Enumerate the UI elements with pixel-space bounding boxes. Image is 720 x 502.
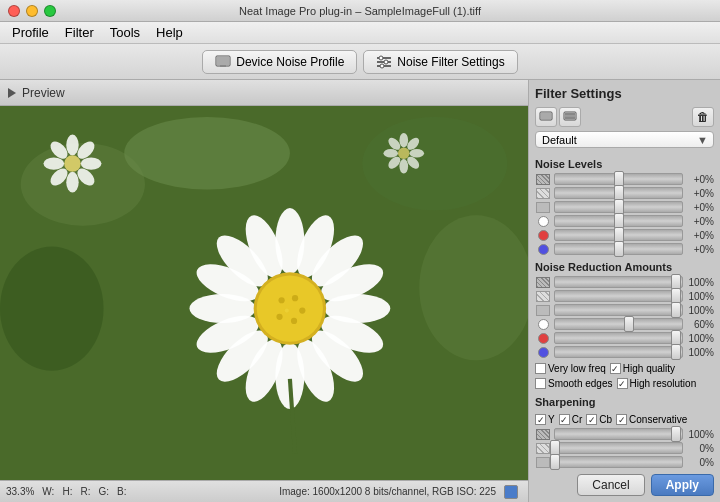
preview-play-icon[interactable] [8,88,16,98]
slider-row-cb: 100% [535,346,714,358]
y-icon [535,215,551,227]
low-slider-track[interactable] [554,456,683,468]
cb-slider-track[interactable] [554,243,683,255]
low-slider-thumb[interactable] [671,302,681,318]
sharp-label: Y [548,414,555,425]
noise-filter-settings-button[interactable]: Noise Filter Settings [363,50,517,74]
cb-slider-value: +0% [686,244,714,255]
y-slider-thumb[interactable] [624,316,634,332]
sharp-label: Conservative [629,414,687,425]
mid-slider-track[interactable] [554,187,683,199]
slider-row-high: 100% [535,276,714,288]
preview-header: Preview [0,80,528,106]
slider-row-high: +0% [535,173,714,185]
high-slider-value: +0% [686,174,714,185]
sharp-checkbox[interactable] [616,414,627,425]
noise-reduction-sliders: 100% 100% 100% 60% [535,276,714,360]
checkbox-box[interactable] [617,378,628,389]
cb-icon [535,346,551,358]
svg-point-55 [276,314,282,320]
checkbox-label: Very low freq [548,363,606,374]
cr-icon [535,229,551,241]
checkbox-label: High resolution [630,378,697,389]
svg-point-54 [291,318,297,324]
checkbox-high-quality[interactable]: High quality [610,363,675,374]
sharp-channel-cb[interactable]: Cb [586,414,612,425]
svg-point-8 [380,64,384,68]
close-button[interactable] [8,5,20,17]
low-slider-value: +0% [686,202,714,213]
sharp-checkbox[interactable] [559,414,570,425]
delete-button[interactable]: 🗑 [692,107,714,127]
high-slider-track[interactable] [554,276,683,288]
y-slider-track[interactable] [554,215,683,227]
minimize-button[interactable] [26,5,38,17]
menu-tools[interactable]: Tools [102,23,148,42]
checkbox-very-low-freq[interactable]: Very low freq [535,363,606,374]
sharp-channel-conservative[interactable]: Conservative [616,414,687,425]
low-icon [535,304,551,316]
noise-levels-sliders: +0% +0% +0% +0% [535,173,714,257]
profile-icon-2[interactable] [559,107,581,127]
svg-point-22 [43,157,64,169]
high-slider-track[interactable] [554,173,683,185]
cancel-button[interactable]: Cancel [577,474,644,496]
menu-bar: Profile Filter Tools Help [0,22,720,44]
cb-slider-thumb[interactable] [614,241,624,257]
cr-slider-track[interactable] [554,229,683,241]
cb-slider-value: 100% [686,347,714,358]
sharp-checkbox[interactable] [535,414,546,425]
checkbox-smooth-edges[interactable]: Smooth edges [535,378,613,389]
high-slider-track[interactable] [554,428,683,440]
profile-icon-svg-2 [563,111,577,123]
menu-filter[interactable]: Filter [57,23,102,42]
menu-help[interactable]: Help [148,23,191,42]
low-slider-thumb[interactable] [550,454,560,470]
preview-label: Preview [22,86,65,100]
mid-slider-track[interactable] [554,290,683,302]
mid-slider-track[interactable] [554,442,683,454]
status-bar: 33.3% W: H: R: G: B: Image: 1600x1200 8 … [0,480,528,502]
left-panel: Preview [0,80,528,502]
cb-slider-track[interactable] [554,346,683,358]
profile-icon-1[interactable] [535,107,557,127]
menu-profile[interactable]: Profile [4,23,57,42]
window-title: Neat Image Pro plug-in – SampleImageFull… [239,5,481,17]
checkbox-box[interactable] [610,363,621,374]
svg-point-14 [419,215,528,360]
bottom-buttons: Cancel Apply [535,470,714,496]
low-slider-track[interactable] [554,304,683,316]
y-slider-track[interactable] [554,318,683,330]
filter-settings-title: Filter Settings [535,86,714,101]
device-noise-profile-button[interactable]: Device Noise Profile [202,50,357,74]
cb-slider-thumb[interactable] [671,344,681,360]
eye-icon[interactable] [504,485,518,499]
high-slider-value: 100% [686,277,714,288]
slider-row-cr: +0% [535,229,714,241]
sharp-channel-y[interactable]: Y [535,414,555,425]
svg-point-27 [410,149,424,158]
slider-row-low: 0% [535,456,714,468]
checkbox-high-resolution[interactable]: High resolution [617,378,697,389]
mid-slider-value: 100% [686,291,714,302]
checkbox-box[interactable] [535,363,546,374]
high-slider-thumb[interactable] [671,426,681,442]
svg-rect-1 [217,57,229,65]
h-label: H: [62,486,72,497]
slider-row-cr: 100% [535,332,714,344]
sharp-checkbox[interactable] [586,414,597,425]
checkbox-box[interactable] [535,378,546,389]
svg-point-16 [66,135,78,156]
cr-slider-track[interactable] [554,332,683,344]
preset-dropdown[interactable]: Default ▼ [535,131,714,148]
apply-button[interactable]: Apply [651,474,714,496]
sharp-channel-cr[interactable]: Cr [559,414,583,425]
cr-slider-value: 100% [686,333,714,344]
maximize-button[interactable] [44,5,56,17]
high-slider-value: 100% [686,429,714,440]
low-slider-track[interactable] [554,201,683,213]
y-slider-value: 60% [686,319,714,330]
high-icon [535,173,551,185]
sharp-label: Cb [599,414,612,425]
device-profile-icon [215,55,231,69]
